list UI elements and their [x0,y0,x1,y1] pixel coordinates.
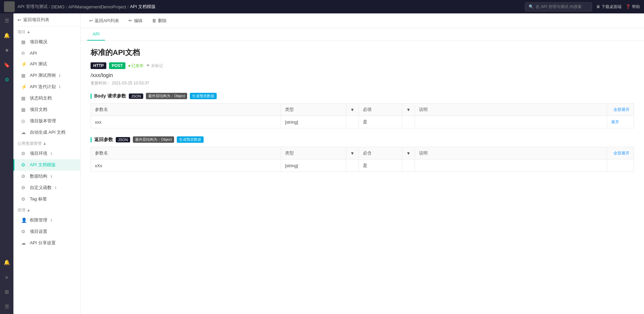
app-logo [4,1,15,12]
sidebar-item-project-settings[interactable]: ⚙ 项目设置 [13,226,80,237]
sidebar-item-api-share[interactable]: ☁ API 分享设置 [13,237,80,249]
badge-post: POST [109,62,125,69]
api-path: /xxx/login [91,72,634,78]
sidebar-section-project: 项目 ▲ [13,26,80,36]
sidebar-item-api-doc-template[interactable]: ⚙ API 文档模版 [13,159,80,171]
sidebar-item-permission-label: 权限管理 [30,217,47,223]
expand-row-link[interactable]: 展开 [611,120,619,124]
back-to-project-list[interactable]: ↩ 返回项目列表 [13,13,80,26]
data-struct-icon: ⚙ [21,174,27,179]
icon-bar-list[interactable]: ≡ [2,272,11,282]
sidebar-item-version-mgmt[interactable]: ◎ 项目版本管理 [13,115,80,127]
download-label: 下载桌面端 [601,4,622,10]
sidebar-item-overview[interactable]: ▦ 项目概况 [13,36,80,48]
sidebar-item-api-iteration-label: API 迭代计划 [30,84,56,90]
sidebar-item-status-code-label: 状态码文档 [30,95,52,101]
sidebar-item-tag[interactable]: ⚙ Tag 标签 [13,193,80,205]
return-th-param-name: 参数名 [91,147,281,160]
sidebar-item-auto-gen-label: 自动生成 API 文档 [30,129,65,135]
icon-bar-star[interactable]: ★ [2,46,11,55]
body-tag-generate[interactable]: 生成预览数据 [190,93,217,99]
th-required-filter[interactable]: ▼ [402,104,415,116]
breadcrumb-root[interactable]: API 管理与测试 [17,4,48,10]
return-required-filter-icon: ▼ [406,151,411,156]
return-row1-required-filter [402,160,415,172]
return-th-required-filter[interactable]: ▼ [402,147,415,160]
body-row1-action[interactable]: 展开 [607,116,634,128]
icon-bar-notification[interactable]: 🔔 [2,258,11,267]
return-table-row: xXx [string] 是 [91,160,634,172]
breadcrumb-sep2: / [66,4,67,9]
icon-bar-grid[interactable]: ⊞ [2,287,11,297]
global-search[interactable]: 🔍 在 API 管理与测试 内搜索 [525,2,592,11]
breadcrumb: API 管理与测试 / DEMO / APIManagementDemoProj… [17,4,156,10]
sidebar-item-api-test-case[interactable]: ▦ API 测试用例 ℹ [13,70,80,81]
delete-label: 删除 [158,18,167,24]
tab-api[interactable]: API [87,28,105,41]
th-expand-all[interactable]: 全部展开 [607,104,634,116]
breadcrumb-sep3: / [127,4,129,9]
sidebar-item-api-test-label: API 测试 [30,61,47,67]
api-test-case-icon: ▦ [21,73,27,78]
back-to-api-list-button[interactable]: ↩ 返回API列表 [87,16,121,25]
sidebar-item-auto-gen[interactable]: ☁ 自动生成 API 文档 [13,127,80,138]
icon-bar-menu2[interactable]: ☰ [2,302,11,311]
sidebar-item-api-test[interactable]: ⚡ API 测试 [13,58,80,70]
top-navigation: API 管理与测试 / DEMO / APIManagementDemoProj… [0,0,644,13]
download-desktop-button[interactable]: 🖥 下载桌面端 [596,4,622,10]
return-th-expand-all[interactable]: 全部展开 [607,147,634,160]
sidebar-item-api-iteration[interactable]: ⚡ API 迭代计划 ℹ [13,81,80,92]
breadcrumb-demo[interactable]: DEMO [51,4,64,9]
sidebar-item-env[interactable]: ⚙ 项目环境 ℹ [13,148,80,159]
icon-bar-bell[interactable]: 🔔 [2,31,11,40]
sidebar-item-project-settings-label: 项目设置 [30,229,47,235]
expand-all-link[interactable]: 全部展开 [613,107,630,112]
tab-api-label: API [93,32,100,37]
tag-icon: ⚙ [21,196,27,202]
api-doc-template-icon: ⚙ [21,162,27,168]
sidebar-item-api-doc-template-label: API 文档模版 [30,162,56,168]
badge-published: ● 已发布 [128,63,144,69]
breadcrumb-project[interactable]: APIManagementDemoProject [68,4,126,9]
return-params-section: 返回参数 JSON 最外层结构为：Object 生成预览数据 参数名 类型 ▼ … [91,136,634,172]
icon-bar-settings[interactable]: ⚙ [2,75,11,84]
return-tag-json: JSON [116,137,130,142]
sidebar-item-api[interactable]: ⊘ API [13,48,80,58]
sidebar-item-permission[interactable]: 👤 权限管理 ℹ [13,214,80,226]
sidebar-item-tag-label: Tag 标签 [30,196,47,202]
main-content: ↩ 返回API列表 ✏ 编辑 🗑 删除 API 标准的API文档 [80,13,644,314]
delete-trash-icon: 🗑 [152,18,156,23]
help-button[interactable]: ❓ 帮助 [626,4,640,10]
sidebar-item-project-doc[interactable]: ▦ 项目文档 [13,104,80,115]
edit-button[interactable]: ✏ 编辑 [126,16,145,25]
sidebar-item-status-code[interactable]: ▦ 状态码文档 [13,92,80,104]
sidebar-item-api-label: API [30,51,37,56]
search-icon: 🔍 [529,4,534,9]
body-row1-desc [415,116,607,128]
th-type-filter[interactable]: ▼ [346,104,359,116]
body-row1-name: xxx [91,116,281,128]
return-th-desc: 说明 [415,147,607,160]
env-icon: ⚙ [21,151,27,156]
return-tag-generate[interactable]: 生成预览数据 [177,136,204,143]
body-params-label: Body 请求参数 [94,93,126,99]
icon-bar-bookmark[interactable]: 🔖 [2,60,11,70]
th-type: 类型 [281,104,346,116]
return-table-header-row: 参数名 类型 ▼ 必含 ▼ 说明 全部展开 [91,147,634,160]
return-tag-struct: 最外层结构为：Object [133,136,174,143]
return-th-type-filter[interactable]: ▼ [346,147,359,160]
return-th-required: 必含 [359,147,402,160]
sidebar-item-data-struct[interactable]: ⚙ 数据结构 ℹ [13,171,80,182]
icon-bar-menu[interactable]: ☰ [2,16,11,25]
sidebar-item-api-test-case-label: API 测试用例 [30,72,56,78]
table-header-row: 参数名 类型 ▼ 必填 ▼ 说明 全部展开 [91,104,634,116]
delete-button[interactable]: 🗑 删除 [150,16,169,25]
back-api-list-label: 返回API列表 [95,18,119,24]
body-tag-json: JSON [129,93,143,99]
return-row1-type-filter [346,160,359,172]
body-params-section: Body 请求参数 JSON 最外层结构为：Object 生成预览数据 参数名 … [91,93,634,128]
sidebar-item-custom-func[interactable]: ⚙ 自定义函数 ℹ [13,182,80,193]
info-icon-test-case: ℹ [59,73,60,78]
return-row1-action [607,160,634,172]
return-expand-all-link[interactable]: 全部展开 [613,151,630,155]
